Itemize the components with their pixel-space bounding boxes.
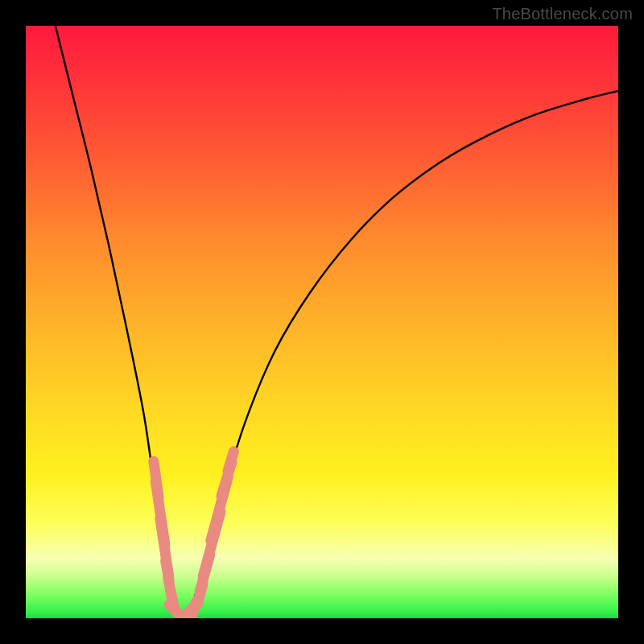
watermark-text: TheBottleneck.com bbox=[492, 5, 633, 23]
chart-svg bbox=[26, 26, 618, 618]
bottleneck-curve bbox=[56, 26, 618, 615]
chart-frame: TheBottleneck.com bbox=[0, 0, 644, 644]
data-markers bbox=[147, 445, 240, 618]
chart-plot-area bbox=[26, 26, 618, 618]
marker-bead bbox=[221, 445, 241, 477]
